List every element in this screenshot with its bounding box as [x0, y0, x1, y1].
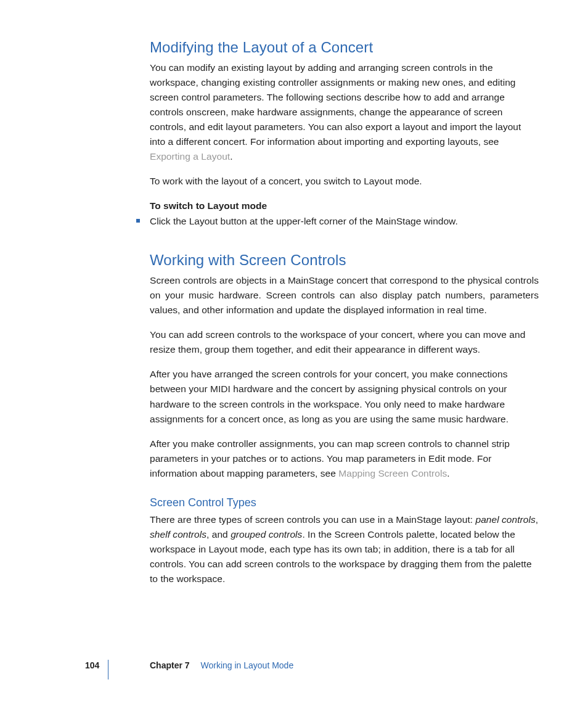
- chapter-title: Working in Layout Mode: [200, 660, 293, 670]
- term-grouped-controls: grouped controls: [231, 529, 302, 540]
- text-run: , and: [206, 529, 231, 540]
- paragraph: You can modify an existing layout by add…: [150, 60, 539, 164]
- section-working-with-screen-controls: Working with Screen Controls Screen cont…: [150, 251, 539, 586]
- text-run: You can modify an existing layout by add…: [150, 62, 521, 147]
- page-number: 104: [85, 660, 99, 670]
- paragraph: To work with the layout of a concert, yo…: [150, 174, 539, 189]
- procedure-heading: To switch to Layout mode: [150, 199, 539, 213]
- footer-chapter: Chapter 7 Working in Layout Mode: [150, 660, 293, 670]
- text-run: There are three types of screen controls…: [150, 514, 476, 525]
- bullet-text: Click the Layout button at the upper-lef…: [150, 216, 458, 226]
- term-shelf-controls: shelf controls: [150, 529, 206, 540]
- heading-working-with-screen-controls: Working with Screen Controls: [150, 251, 539, 269]
- text-run: .: [230, 151, 232, 162]
- bullet-item: Click the Layout button at the upper-lef…: [150, 214, 539, 229]
- heading-modifying-layout: Modifying the Layout of a Concert: [150, 38, 539, 57]
- text-run: ,: [536, 514, 538, 525]
- heading-screen-control-types: Screen Control Types: [150, 496, 539, 510]
- paragraph: After you have arranged the screen contr…: [150, 367, 539, 426]
- bullet-icon: [136, 219, 140, 223]
- document-page: Modifying the Layout of a Concert You ca…: [0, 0, 588, 706]
- paragraph: You can add screen controls to the works…: [150, 327, 539, 357]
- link-exporting-a-layout[interactable]: Exporting a Layout: [150, 151, 230, 162]
- term-panel-controls: panel controls: [476, 514, 536, 525]
- text-run: .: [447, 468, 449, 478]
- link-mapping-screen-controls[interactable]: Mapping Screen Controls: [338, 468, 447, 478]
- paragraph: After you make controller assignments, y…: [150, 437, 539, 481]
- paragraph: Screen controls are objects in a MainSta…: [150, 273, 539, 318]
- chapter-label: Chapter 7: [150, 660, 190, 670]
- text-run: After you make controller assignments, y…: [150, 438, 510, 478]
- paragraph: There are three types of screen controls…: [150, 512, 539, 586]
- page-footer: 104 Chapter 7 Working in Layout Mode: [0, 660, 588, 675]
